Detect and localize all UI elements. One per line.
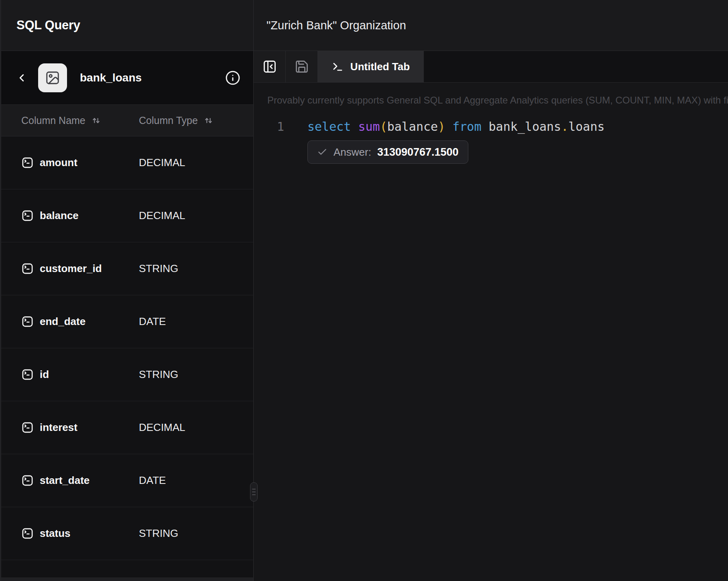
sort-column-name-button[interactable] (91, 116, 101, 126)
code-token: bank_loans (489, 120, 561, 134)
table-name: bank_loans (80, 71, 142, 84)
column-type: DECIMAL (139, 156, 185, 169)
sidebar-scrollbar-track[interactable] (1, 577, 253, 581)
answer-label: Answer: (333, 146, 371, 158)
code-line[interactable]: 1 select sum(balance) from bank_loans.lo… (254, 119, 728, 135)
answer-value: 313090767.1500 (377, 146, 459, 158)
table-row[interactable]: interest DECIMAL (1, 401, 253, 454)
toolbar: Untitled Tab (254, 51, 728, 83)
editor-hint-text: Provably currently supports General SQL … (254, 83, 728, 106)
code-token: sum (358, 120, 380, 134)
code-token: from (452, 120, 481, 134)
sort-arrows-icon (203, 116, 214, 126)
column-name: status (40, 527, 71, 540)
column-name: end_date (40, 315, 85, 328)
back-button[interactable] (16, 72, 28, 84)
toolbar-spacer (424, 51, 728, 82)
table-row[interactable]: balance DECIMAL (1, 189, 253, 242)
column-name: balance (40, 209, 79, 222)
query-editor[interactable]: Provably currently supports General SQL … (254, 83, 728, 581)
column-type: STRING (139, 368, 178, 381)
column-type: STRING (139, 262, 178, 275)
columns-list: amount DECIMAL balance DECIMAL customer_… (1, 136, 253, 581)
code-token: loans (568, 120, 604, 134)
table-row[interactable]: status STRING (1, 507, 253, 560)
column-name: customer_id (40, 262, 102, 275)
panel-resize-handle[interactable] (250, 482, 258, 502)
code-token: ) (438, 120, 445, 134)
code-token: . (561, 120, 568, 134)
column-type-header: Column Type (139, 115, 198, 126)
sql-code: select sum(balance) from bank_loans.loan… (307, 119, 605, 135)
organization-title: "Zurich Bank" Organization (266, 19, 406, 32)
collapse-sidebar-button[interactable] (254, 51, 286, 82)
main-header: "Zurich Bank" Organization (254, 0, 728, 51)
square-terminal-icon (21, 315, 34, 328)
column-name: interest (40, 421, 77, 434)
table-thumbnail (38, 63, 67, 92)
main-panel: "Zurich Bank" Organization Untitled Tab … (254, 0, 728, 581)
code-token: select (307, 120, 351, 134)
column-name-header: Column Name (21, 115, 85, 126)
column-name: id (40, 368, 49, 381)
code-token (482, 120, 489, 134)
square-terminal-icon (21, 209, 34, 222)
square-terminal-icon (21, 156, 34, 169)
image-icon (45, 70, 60, 85)
square-terminal-icon (21, 527, 34, 540)
table-row[interactable]: customer_id STRING (1, 242, 253, 295)
page-title: SQL Query (16, 18, 80, 33)
column-type: DATE (139, 474, 166, 487)
table-row[interactable]: amount DECIMAL (1, 136, 253, 189)
sort-arrows-icon (91, 116, 101, 126)
column-type: DATE (139, 315, 166, 328)
column-type: DECIMAL (139, 209, 185, 222)
save-icon (295, 59, 309, 74)
table-row[interactable]: start_date DATE (1, 454, 253, 507)
code-token: balance (387, 120, 438, 134)
check-icon (317, 147, 327, 157)
sidebar-panel: SQL Query bank_loans Column Name (0, 0, 254, 581)
line-number: 1 (254, 119, 307, 135)
panel-left-close-icon (262, 59, 277, 74)
chevron-left-icon (16, 72, 28, 84)
column-name: amount (40, 156, 77, 169)
terminal-icon (332, 61, 344, 73)
square-terminal-icon (21, 474, 34, 487)
square-terminal-icon (21, 262, 34, 275)
info-button[interactable] (225, 70, 240, 85)
tab-untitled[interactable]: Untitled Tab (318, 51, 424, 82)
tab-label: Untitled Tab (350, 61, 410, 73)
column-type: DECIMAL (139, 421, 185, 434)
square-terminal-icon (21, 368, 34, 381)
code-token: ( (380, 120, 387, 134)
save-button[interactable] (286, 51, 318, 82)
column-type: STRING (139, 527, 178, 540)
table-row[interactable]: end_date DATE (1, 295, 253, 348)
sort-column-type-button[interactable] (203, 116, 214, 126)
answer-chip: Answer: 313090767.1500 (307, 140, 468, 164)
info-icon (225, 70, 240, 85)
table-row[interactable]: id STRING (1, 348, 253, 401)
columns-header-row: Column Name Column Type (1, 105, 253, 136)
sidebar-header: SQL Query (1, 0, 253, 51)
square-terminal-icon (21, 421, 34, 434)
column-name: start_date (40, 474, 89, 487)
code-token (351, 120, 358, 134)
table-bar: bank_loans (1, 51, 253, 105)
code-token (445, 120, 452, 134)
